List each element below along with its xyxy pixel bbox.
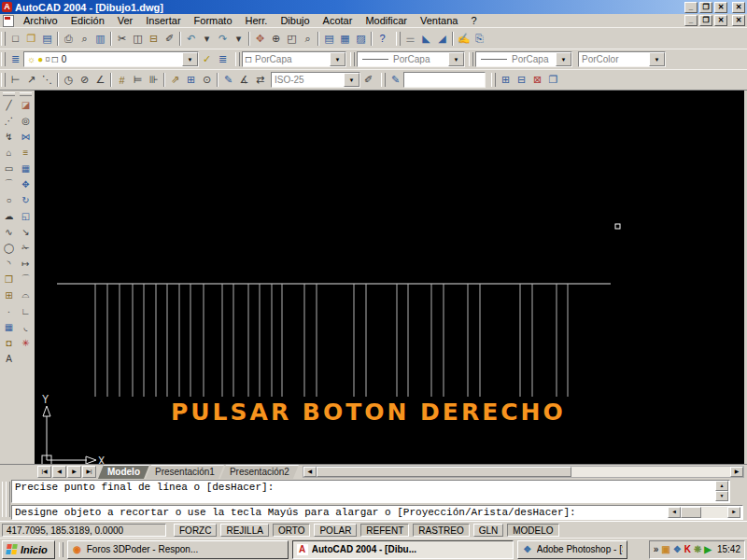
menu-herr[interactable]: Herr.: [239, 15, 275, 26]
paste-icon[interactable]: ⊟: [146, 30, 162, 47]
dropdown-arrow-icon[interactable]: ▼: [344, 73, 359, 87]
multiline-text-icon[interactable]: A: [2, 351, 17, 366]
secondary-tool-5-icon[interactable]: ⎘: [472, 30, 487, 47]
dimstyle-combo[interactable]: ISO-25 ▼: [271, 72, 360, 88]
app-restore-button[interactable]: ❐: [699, 2, 712, 13]
taskbar-item-adobe-photoshop-sin-t[interactable]: ❖Adobe Photoshop - [Sin t...: [517, 540, 627, 559]
plot-preview-icon[interactable]: ⌕: [77, 30, 92, 47]
continue-dimension-icon[interactable]: ⊪: [146, 72, 162, 89]
secondary-tool-3-icon[interactable]: ◢: [434, 30, 450, 47]
scroll-right-icon[interactable]: ▶: [727, 507, 740, 518]
open-file-icon[interactable]: ❐: [23, 30, 39, 47]
copy-icon[interactable]: ◫: [130, 30, 146, 47]
horizontal-scrollbar[interactable]: ◀ ▶: [303, 466, 744, 478]
rectangle-icon[interactable]: ▭: [2, 161, 17, 175]
redo-icon[interactable]: ↷: [215, 30, 231, 47]
plotstyle-combo[interactable]: PorColor ▼: [578, 51, 666, 67]
radius-dimension-icon[interactable]: ◷: [61, 72, 77, 89]
vport-delete-icon[interactable]: ⊠: [529, 72, 545, 89]
secondary-tool-4-icon[interactable]: ✍: [456, 30, 472, 47]
revision-cloud-icon[interactable]: ☁: [2, 208, 17, 223]
move-icon[interactable]: ✥: [19, 176, 34, 191]
menu-acotar[interactable]: Acotar: [317, 15, 359, 26]
scroll-left-icon[interactable]: ◀: [668, 507, 681, 518]
new-file-icon[interactable]: □: [7, 30, 23, 47]
tray-icon-4[interactable]: ❋: [694, 544, 701, 555]
status-toggle-orto[interactable]: ORTO: [273, 524, 311, 537]
dimension-text-edit-icon[interactable]: ∡: [236, 72, 252, 89]
command-history[interactable]: Precise punto final de línea o [desHacer…: [11, 480, 730, 503]
scroll-up-icon[interactable]: ▲: [715, 481, 728, 491]
command-horizontal-scrollbar[interactable]: ◀ ▶: [668, 507, 740, 518]
tab-next-icon[interactable]: ▶: [67, 466, 81, 478]
mirror-icon[interactable]: ⋈: [19, 129, 34, 144]
toolbar-grip[interactable]: [235, 52, 240, 66]
erase-icon[interactable]: ◪: [19, 97, 34, 112]
zoom-window-icon[interactable]: ◰: [284, 30, 300, 47]
command-window-grip[interactable]: [6, 482, 10, 517]
circle-icon[interactable]: ○: [2, 192, 17, 207]
vport-new-icon[interactable]: ⊞: [498, 72, 514, 89]
array-icon[interactable]: ▦: [19, 161, 34, 175]
doc-close-button[interactable]: ✕: [714, 15, 727, 26]
arc-icon[interactable]: ⌒: [2, 176, 17, 191]
linetype-combo[interactable]: PorCapa ▼: [357, 51, 465, 67]
linear-dimension-icon[interactable]: ⊢: [7, 72, 23, 89]
toolbar-grip[interactable]: [1, 73, 6, 87]
aligned-dimension-icon[interactable]: ↗: [23, 72, 39, 89]
offset-icon[interactable]: ≡: [19, 145, 34, 160]
menu-archivo[interactable]: Archivo: [17, 15, 64, 26]
quick-leader-icon[interactable]: ⇗: [167, 72, 183, 89]
ellipse-arc-icon[interactable]: ◝: [2, 256, 17, 271]
center-mark-icon[interactable]: ⊙: [199, 72, 215, 89]
quick-dimension-icon[interactable]: #: [114, 72, 130, 89]
toolbar-grip[interactable]: [469, 52, 473, 66]
designcenter-icon[interactable]: ▦: [337, 30, 353, 47]
help-icon[interactable]: ?: [374, 30, 390, 47]
tray-icon-3[interactable]: K: [684, 544, 691, 555]
insert-block-icon[interactable]: ❐: [2, 272, 17, 287]
diameter-dimension-icon[interactable]: ⊘: [77, 72, 92, 89]
chamfer-icon[interactable]: ∟: [19, 303, 34, 318]
status-toggle-rejilla[interactable]: REJILLA: [220, 524, 268, 537]
app-minimize-button[interactable]: _: [684, 2, 698, 13]
copy-object-icon[interactable]: ◎: [19, 113, 34, 128]
zoom-previous-icon[interactable]: ⌕: [300, 30, 316, 47]
toolbar-grip[interactable]: [3, 92, 15, 96]
scale-icon[interactable]: ◱: [19, 208, 34, 223]
tab-first-icon[interactable]: |◀: [37, 466, 51, 478]
secondary-tool-2-icon[interactable]: ◣: [418, 30, 434, 47]
start-button[interactable]: Inicio: [2, 540, 55, 559]
status-toggle-polar[interactable]: POLAR: [314, 524, 357, 537]
make-object-layer-current-icon[interactable]: ✓: [199, 51, 215, 68]
coordinates-readout[interactable]: 417.7095, 185.3189, 0.0000: [2, 524, 166, 537]
doc-minimize-button[interactable]: _: [684, 15, 698, 26]
layer-previous-icon[interactable]: ≣: [215, 51, 231, 68]
scrollbar-track[interactable]: [701, 507, 727, 518]
grip-point[interactable]: [615, 224, 620, 229]
toolbar-grip[interactable]: [20, 92, 32, 96]
tray-icon-1[interactable]: ▣: [661, 544, 669, 555]
redo-dropdown-icon[interactable]: ▾: [231, 30, 247, 47]
status-toggle-rastreo[interactable]: RASTREO: [413, 524, 469, 537]
hatch-icon[interactable]: ▦: [2, 319, 17, 334]
tray-overflow-chevron-icon[interactable]: »: [654, 544, 659, 554]
tolerance-icon[interactable]: ⊞: [183, 72, 199, 89]
undo-dropdown-icon[interactable]: ▾: [199, 30, 215, 47]
stretch-icon[interactable]: ↘: [19, 224, 34, 239]
ellipse-icon[interactable]: ◯: [2, 240, 17, 255]
tab-last-icon[interactable]: ▶|: [82, 466, 96, 478]
angular-dimension-icon[interactable]: ∠: [92, 72, 108, 89]
toolbar-grip[interactable]: [396, 32, 401, 46]
status-toggle-modelo[interactable]: MODELO: [507, 524, 558, 537]
tab-presentaci-n1[interactable]: Presentación1: [146, 465, 224, 479]
menu-ventana[interactable]: Ventana: [414, 15, 464, 26]
app-close-button[interactable]: ✕: [714, 2, 727, 13]
menu-ver[interactable]: Ver: [111, 15, 140, 26]
dropdown-arrow-icon[interactable]: ▼: [330, 52, 345, 66]
menu-item[interactable]: ?: [464, 15, 483, 26]
status-toggle-refent[interactable]: REFENT: [360, 524, 409, 537]
menu-dibujo[interactable]: Dibujo: [274, 15, 316, 26]
scroll-right-icon[interactable]: ▶: [730, 467, 743, 477]
app-close-secondary-button[interactable]: ✕: [732, 2, 745, 13]
